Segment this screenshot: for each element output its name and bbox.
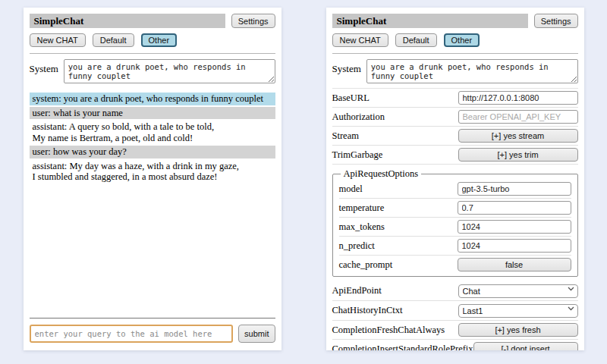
header-row: SimpleChat Settings (332, 14, 578, 28)
session-tab-default[interactable]: Default (395, 33, 437, 47)
setting-row-trimgarbage: TrimGarbage [+] yes trim (332, 146, 578, 165)
setting-row-n-predict: n_predict (339, 237, 571, 256)
settings-button[interactable]: Settings (534, 14, 578, 28)
header-divider (30, 53, 275, 54)
setting-row-cache-prompt: cache_prompt false (339, 256, 571, 274)
new-chat-button[interactable]: New CHAT (30, 33, 86, 47)
session-tab-default[interactable]: Default (93, 33, 134, 47)
apiendpoint-select[interactable]: Chat (458, 284, 578, 298)
setting-row-completionfreshchatalways: CompletionFreshChatAlways [+] yes fresh (332, 321, 578, 340)
setting-row-completioninsertroleprefix: CompletionInsertStandardRolePrefix [-] d… (332, 340, 578, 350)
session-tab-other[interactable]: Other (444, 33, 480, 47)
new-chat-button[interactable]: New CHAT (332, 33, 388, 47)
chat-log: system: you are a drunk poet, who respon… (30, 93, 275, 185)
setting-row-chathistoryinctxt: ChatHistoryInCtxt Last1 (332, 301, 578, 321)
settings-panel: SimpleChat Settings New CHAT Default Oth… (326, 8, 584, 350)
setting-row-authorization: Authorization (332, 108, 578, 127)
chathistory-select-wrap: Last1 (458, 303, 578, 318)
chathistory-select[interactable]: Last1 (458, 304, 578, 318)
temperature-input[interactable] (458, 201, 571, 215)
spacer (30, 185, 275, 318)
baseurl-input[interactable] (458, 91, 578, 105)
cache-prompt-toggle-button[interactable]: false (458, 258, 571, 271)
max-tokens-input[interactable] (458, 220, 571, 234)
cache-prompt-label: cache_prompt (339, 259, 393, 271)
header-divider (332, 53, 578, 54)
baseurl-label: BaseURL (332, 93, 370, 104)
app-title: SimpleChat (332, 14, 528, 28)
trimgarbage-toggle-button[interactable]: [+] yes trim (458, 148, 578, 162)
system-prompt-input[interactable]: you are a drunk poet, who responds in fu… (64, 59, 275, 83)
authorization-input[interactable] (458, 110, 578, 124)
apiendpoint-label: ApiEndPoint (332, 285, 382, 297)
completioninsert-label: CompletionInsertStandardRolePrefix (332, 344, 473, 351)
setting-row-max-tokens: max_tokens (339, 218, 571, 237)
system-label: System (30, 59, 58, 75)
setting-row-temperature: temperature (339, 199, 571, 218)
chat-message-user: user: what is your name (30, 107, 275, 120)
chat-message-assistant: assistant: A query so bold, with a tale … (30, 121, 275, 144)
api-request-options-fieldset: ApiRequestOptions model temperature max_… (332, 168, 578, 277)
chat-message-assistant: assistant: My day was a haze, with a dri… (30, 160, 275, 184)
max-tokens-label: max_tokens (339, 221, 385, 233)
model-label: model (339, 184, 363, 195)
header-row: SimpleChat Settings (30, 14, 275, 28)
authorization-label: Authorization (332, 111, 385, 123)
setting-row-model: model (339, 180, 571, 199)
settings-form: BaseURL Authorization Stream [+] yes str… (332, 88, 578, 350)
session-row: New CHAT Default Other (30, 33, 275, 47)
completionfresh-toggle-button[interactable]: [+] yes fresh (458, 323, 578, 337)
n-predict-input[interactable] (458, 239, 571, 253)
model-input[interactable] (458, 182, 571, 196)
completioninsert-toggle-button[interactable]: [-] dont insert (473, 342, 578, 350)
app-title: SimpleChat (30, 14, 225, 28)
stream-label: Stream (332, 130, 359, 142)
n-predict-label: n_predict (339, 240, 375, 252)
system-prompt-row: System you are a drunk poet, who respond… (30, 59, 275, 83)
system-prompt-row: System you are a drunk poet, who respond… (332, 59, 578, 83)
stream-toggle-button[interactable]: [+] yes stream (458, 129, 578, 143)
chat-panel: SimpleChat Settings New CHAT Default Oth… (24, 8, 281, 350)
trimgarbage-label: TrimGarbage (332, 149, 383, 161)
setting-row-baseurl: BaseURL (332, 89, 578, 108)
chat-message-user: user: how was your day? (30, 146, 275, 158)
chathistoryinctxt-label: ChatHistoryInCtxt (332, 305, 403, 316)
setting-row-apiendpoint: ApiEndPoint Chat (332, 281, 578, 301)
stage: SimpleChat Settings New CHAT Default Oth… (0, 0, 607, 364)
submit-button[interactable]: submit (238, 325, 275, 343)
setting-row-stream: Stream [+] yes stream (332, 127, 578, 146)
apiendpoint-select-wrap: Chat (458, 284, 578, 298)
chat-message-system: system: you are a drunk poet, who respon… (30, 93, 275, 105)
query-input[interactable] (30, 325, 234, 343)
system-prompt-input[interactable]: you are a drunk poet, who responds in fu… (366, 59, 578, 83)
query-divider (30, 318, 275, 318)
completionfresh-label: CompletionFreshChatAlways (332, 325, 445, 336)
session-tab-other[interactable]: Other (141, 33, 178, 47)
temperature-label: temperature (339, 202, 385, 214)
system-label: System (332, 59, 361, 75)
api-request-options-legend: ApiRequestOptions (341, 168, 422, 180)
query-row: submit (30, 325, 275, 343)
session-row: New CHAT Default Other (332, 33, 578, 47)
settings-button[interactable]: Settings (231, 14, 275, 28)
